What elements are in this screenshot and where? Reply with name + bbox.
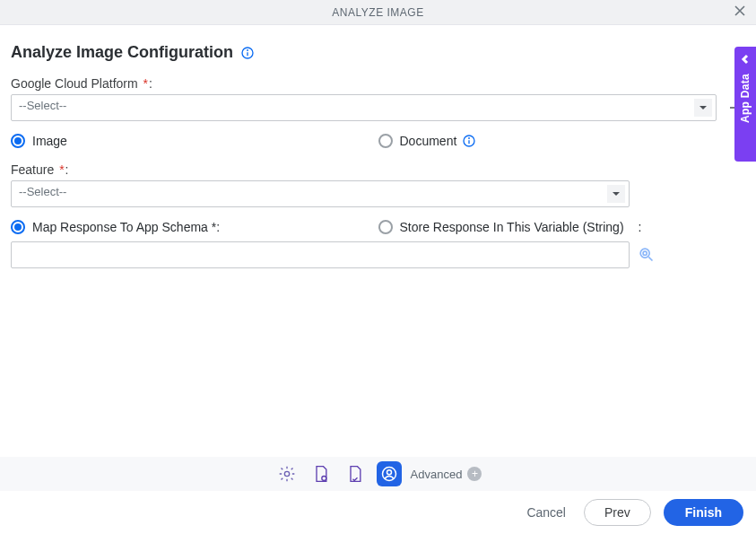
radio-store-label: Store Response In This Variable (String) xyxy=(400,220,624,234)
search-icon xyxy=(637,245,655,263)
gcp-label: Google Cloud Platform *: xyxy=(11,76,152,91)
gcp-field: Google Cloud Platform *: --Select-- xyxy=(11,76,745,121)
file-tab[interactable] xyxy=(308,461,334,486)
radio-map-label: Map Response To App Schema *: xyxy=(32,220,220,234)
radio-image-label: Image xyxy=(32,134,67,148)
page-title-row: Analyze Image Configuration xyxy=(11,43,745,62)
settings-tab[interactable] xyxy=(274,461,300,486)
svg-point-2 xyxy=(248,49,248,50)
gear-icon xyxy=(278,465,296,483)
required-mark: * xyxy=(59,162,64,177)
footer-actions: Cancel Prev Finish xyxy=(0,491,756,534)
info-icon[interactable] xyxy=(240,46,255,60)
svg-line-9 xyxy=(648,257,652,260)
modal-header: ANALYZE IMAGE xyxy=(0,0,756,25)
advanced-label: Advanced xyxy=(411,468,463,481)
modal-title: ANALYZE IMAGE xyxy=(332,6,423,19)
cancel-button[interactable]: Cancel xyxy=(521,504,571,521)
image-tab-active[interactable] xyxy=(377,461,402,486)
schema-mapping-input[interactable] xyxy=(11,241,630,268)
content-area: Analyze Image Configuration Google Cloud… xyxy=(0,25,756,268)
plus-circle-icon: + xyxy=(467,467,482,481)
radio-map-response[interactable]: Map Response To App Schema *: xyxy=(11,220,378,234)
radio-empty-icon xyxy=(378,134,393,148)
radio-dot-icon xyxy=(11,220,25,234)
svg-point-11 xyxy=(284,471,289,476)
svg-point-12 xyxy=(321,477,326,481)
svg-point-10 xyxy=(643,251,647,255)
input-type-row: Image Document xyxy=(11,134,745,148)
file-check-tab[interactable] xyxy=(343,461,368,486)
prev-button[interactable]: Prev xyxy=(584,499,651,526)
radio-document-label: Document xyxy=(400,134,457,148)
svg-point-8 xyxy=(640,249,649,258)
bottom-toolbar: Advanced + xyxy=(0,457,756,491)
finish-button[interactable]: Finish xyxy=(664,499,743,526)
radio-dot-icon xyxy=(11,134,25,148)
gcp-select-wrap: --Select-- xyxy=(11,94,717,121)
label-colon: : xyxy=(216,220,220,234)
feature-label-text: Feature xyxy=(11,162,54,177)
feature-select-wrap: --Select-- xyxy=(11,180,630,207)
gcp-label-text: Google Cloud Platform xyxy=(11,76,138,91)
svg-point-7 xyxy=(469,138,470,139)
radio-image[interactable]: Image xyxy=(11,134,378,148)
feature-field: Feature *: --Select-- xyxy=(11,162,745,207)
radio-document[interactable]: Document xyxy=(378,134,457,148)
info-icon[interactable] xyxy=(462,134,476,148)
feature-select-placeholder: --Select-- xyxy=(19,185,66,198)
feature-select[interactable]: --Select-- xyxy=(11,180,630,207)
radio-map-label-text: Map Response To App Schema xyxy=(32,220,208,234)
page-title: Analyze Image Configuration xyxy=(11,43,233,62)
side-tab-label: App Data xyxy=(739,74,752,123)
close-button[interactable] xyxy=(733,4,747,21)
svg-point-14 xyxy=(387,470,391,475)
app-data-side-tab[interactable]: App Data xyxy=(734,47,756,162)
label-colon: : xyxy=(149,76,152,91)
chevron-down-icon xyxy=(607,185,625,203)
radio-store-variable[interactable]: Store Response In This Variable (String) xyxy=(378,220,624,234)
chevron-left-icon xyxy=(740,54,751,65)
chevron-down-icon xyxy=(694,99,712,117)
response-type-row: Map Response To App Schema *: Store Resp… xyxy=(11,220,745,234)
feature-label: Feature *: xyxy=(11,162,68,177)
required-mark: * xyxy=(143,76,148,91)
preview-button[interactable] xyxy=(637,245,655,266)
label-colon: : xyxy=(65,162,69,177)
image-user-icon xyxy=(380,465,398,483)
radio-empty-icon xyxy=(378,220,393,234)
advanced-toggle[interactable]: Advanced + xyxy=(411,467,482,481)
close-icon xyxy=(733,4,747,18)
file-check-icon xyxy=(346,465,364,483)
label-colon: : xyxy=(639,220,642,234)
schema-mapping-row xyxy=(11,241,745,268)
file-gear-icon xyxy=(312,465,330,483)
gcp-select[interactable]: --Select-- xyxy=(11,94,717,121)
gcp-select-placeholder: --Select-- xyxy=(19,99,66,112)
